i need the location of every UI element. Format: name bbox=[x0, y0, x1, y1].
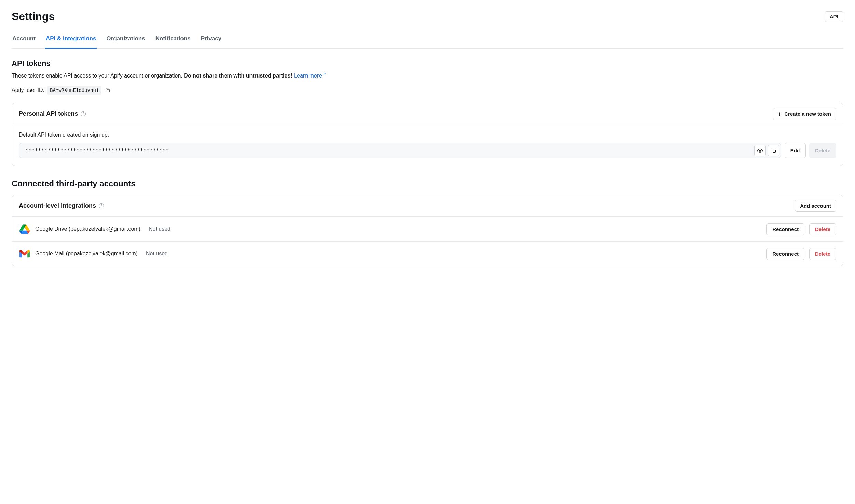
personal-tokens-heading: Personal API tokens bbox=[19, 109, 78, 118]
eye-icon bbox=[757, 148, 763, 154]
account-integrations-card: Account-level integrations ? Add account… bbox=[12, 195, 843, 266]
delete-integration-button[interactable]: Delete bbox=[809, 223, 836, 235]
tab-api-integrations[interactable]: API & Integrations bbox=[45, 31, 97, 49]
learn-more-text: Learn more bbox=[294, 73, 322, 79]
api-tokens-desc: These tokens enable API access to your A… bbox=[12, 71, 843, 80]
tab-organizations[interactable]: Organizations bbox=[106, 31, 146, 49]
reconnect-button[interactable]: Reconnect bbox=[766, 223, 804, 235]
default-token-label: Default API token created on sign up. bbox=[19, 131, 836, 139]
delete-integration-button[interactable]: Delete bbox=[809, 248, 836, 260]
help-icon[interactable]: ? bbox=[99, 203, 104, 208]
plus-icon: + bbox=[778, 111, 782, 117]
integration-label: Google Mail (pepakozelvalek@gmail.com) bbox=[35, 250, 138, 258]
settings-tabs: Account API & Integrations Organizations… bbox=[12, 31, 843, 49]
personal-api-tokens-card: Personal API tokens ? + Create a new tok… bbox=[12, 103, 843, 166]
tab-privacy[interactable]: Privacy bbox=[200, 31, 222, 49]
integration-status: Not used bbox=[146, 250, 168, 258]
token-masked-value: ****************************************… bbox=[25, 147, 752, 155]
svg-rect-2 bbox=[773, 150, 775, 152]
connected-heading: Connected third-party accounts bbox=[12, 178, 843, 190]
learn-more-link[interactable]: Learn more↗ bbox=[294, 73, 326, 79]
svg-point-1 bbox=[759, 150, 761, 152]
google-mail-icon bbox=[19, 248, 30, 260]
account-integrations-heading: Account-level integrations bbox=[19, 201, 96, 210]
integration-row: Google Mail (pepakozelvalek@gmail.com) N… bbox=[12, 241, 843, 266]
create-token-button[interactable]: + Create a new token bbox=[773, 108, 836, 120]
help-icon[interactable]: ? bbox=[81, 111, 86, 116]
copy-user-id-button[interactable] bbox=[104, 87, 111, 94]
integration-label: Google Drive (pepakozelvalek@gmail.com) bbox=[35, 225, 140, 233]
token-field: ****************************************… bbox=[19, 143, 781, 158]
delete-token-button: Delete bbox=[809, 143, 836, 158]
tab-account[interactable]: Account bbox=[12, 31, 36, 49]
integration-row: Google Drive (pepakozelvalek@gmail.com) … bbox=[12, 217, 843, 241]
edit-token-button[interactable]: Edit bbox=[785, 143, 806, 158]
api-tokens-desc-text: These tokens enable API access to your A… bbox=[12, 73, 184, 79]
page-title: Settings bbox=[12, 8, 55, 25]
google-drive-icon bbox=[19, 223, 30, 235]
add-account-button[interactable]: Add account bbox=[795, 200, 836, 212]
user-id-label: Apify user ID: bbox=[12, 86, 44, 94]
api-tokens-heading: API tokens bbox=[12, 58, 843, 69]
api-tokens-desc-strong: Do not share them with untrusted parties… bbox=[184, 73, 292, 79]
api-button[interactable]: API bbox=[825, 11, 843, 22]
user-id-value: BAYwRXunE1oUuvnui bbox=[47, 86, 101, 95]
create-token-label: Create a new token bbox=[784, 111, 831, 117]
svg-rect-0 bbox=[107, 89, 109, 92]
copy-token-button[interactable] bbox=[768, 145, 779, 156]
reveal-token-button[interactable] bbox=[754, 145, 766, 156]
copy-icon bbox=[771, 148, 776, 153]
tab-notifications[interactable]: Notifications bbox=[155, 31, 191, 49]
external-link-icon: ↗ bbox=[323, 72, 326, 76]
reconnect-button[interactable]: Reconnect bbox=[766, 248, 804, 260]
integration-status: Not used bbox=[149, 225, 171, 233]
copy-icon bbox=[105, 87, 110, 93]
